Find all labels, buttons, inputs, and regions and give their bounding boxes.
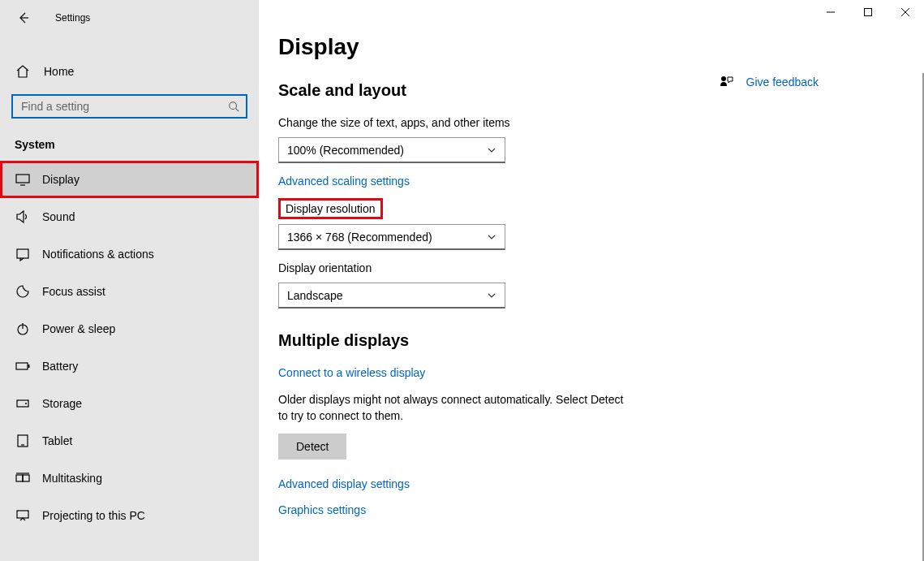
- multitasking-icon: [15, 470, 31, 486]
- svg-rect-19: [865, 9, 872, 16]
- text-size-label: Change the size of text, apps, and other…: [278, 116, 754, 129]
- minimize-icon: [827, 8, 835, 16]
- focus-assist-icon: [15, 283, 31, 300]
- svg-point-17: [721, 76, 726, 81]
- section-scale-layout: Scale and layout: [278, 81, 754, 100]
- feedback-label: Give feedback: [746, 76, 819, 88]
- svg-rect-16: [17, 511, 28, 518]
- svg-rect-2: [16, 175, 29, 183]
- search-icon: [228, 101, 239, 112]
- graphics-settings-link[interactable]: Graphics settings: [278, 503, 366, 516]
- sidebar-item-label: Sound: [42, 210, 75, 223]
- chevron-down-icon: [487, 232, 496, 242]
- chevron-down-icon: [487, 145, 496, 155]
- sound-icon: [15, 209, 31, 225]
- connect-wireless-link[interactable]: Connect to a wireless display: [278, 366, 425, 379]
- text-size-value: 100% (Recommended): [287, 144, 404, 157]
- home-icon: [15, 63, 31, 80]
- give-feedback[interactable]: Give feedback: [719, 75, 819, 89]
- projecting-icon: [15, 507, 31, 524]
- sidebar: Settings Home System Display: [0, 0, 259, 561]
- advanced-display-link[interactable]: Advanced display settings: [278, 477, 410, 490]
- search-input[interactable]: [19, 99, 228, 114]
- minimize-button[interactable]: [812, 0, 849, 24]
- svg-point-10: [25, 403, 27, 404]
- resolution-select[interactable]: 1366 × 768 (Recommended): [278, 224, 505, 250]
- back-button[interactable]: [15, 9, 32, 27]
- notifications-icon: [15, 246, 31, 262]
- sidebar-home[interactable]: Home: [0, 54, 259, 89]
- svg-point-0: [230, 102, 237, 110]
- detect-button[interactable]: Detect: [278, 434, 346, 460]
- sidebar-item-sound[interactable]: Sound: [0, 198, 259, 235]
- chevron-down-icon: [487, 291, 496, 300]
- sidebar-item-label: Notifications & actions: [42, 248, 154, 261]
- sidebar-item-display[interactable]: Display: [0, 161, 259, 198]
- svg-rect-7: [16, 363, 28, 369]
- close-button[interactable]: [887, 0, 924, 24]
- orientation-label: Display orientation: [278, 261, 754, 274]
- svg-line-1: [236, 109, 239, 112]
- close-icon: [901, 8, 909, 16]
- orientation-select[interactable]: Landscape: [278, 283, 505, 309]
- sidebar-item-focus-assist[interactable]: Focus assist: [0, 273, 259, 310]
- tablet-icon: [15, 433, 31, 449]
- storage-icon: [15, 395, 31, 412]
- maximize-button[interactable]: [849, 0, 887, 24]
- sidebar-item-power[interactable]: Power & sleep: [0, 310, 259, 347]
- sidebar-item-multitasking[interactable]: Multitasking: [0, 460, 259, 497]
- text-size-select[interactable]: 100% (Recommended): [278, 137, 505, 163]
- main-content: Display Scale and layout Change the size…: [259, 0, 924, 561]
- sidebar-item-notifications[interactable]: Notifications & actions: [0, 235, 259, 273]
- window-title: Settings: [55, 12, 90, 24]
- sidebar-item-projecting[interactable]: Projecting to this PC: [0, 497, 259, 534]
- sidebar-item-label: Storage: [42, 397, 82, 410]
- advanced-scaling-link[interactable]: Advanced scaling settings: [278, 175, 410, 188]
- sidebar-item-label: Display: [42, 173, 80, 186]
- power-icon: [15, 321, 31, 337]
- feedback-icon: [719, 75, 733, 89]
- home-label: Home: [44, 65, 74, 78]
- nav-list: Display Sound Notifications & actions Fo…: [0, 161, 259, 534]
- sidebar-item-tablet[interactable]: Tablet: [0, 422, 259, 460]
- battery-icon: [15, 358, 31, 374]
- sidebar-item-label: Multitasking: [42, 472, 102, 485]
- category-label: System: [0, 119, 259, 161]
- page-title: Display: [278, 34, 754, 60]
- svg-rect-8: [28, 365, 30, 368]
- resolution-value: 1366 × 768 (Recommended): [287, 231, 432, 244]
- maximize-icon: [864, 8, 872, 16]
- sidebar-item-storage[interactable]: Storage: [0, 385, 259, 422]
- resolution-label: Display resolution: [278, 198, 383, 219]
- sidebar-item-label: Tablet: [42, 434, 72, 447]
- sidebar-item-label: Projecting to this PC: [42, 509, 145, 522]
- sidebar-item-battery[interactable]: Battery: [0, 347, 259, 385]
- sidebar-item-label: Power & sleep: [42, 322, 115, 335]
- section-multiple-displays: Multiple displays: [278, 331, 754, 350]
- older-displays-text: Older displays might not always connect …: [278, 392, 635, 424]
- svg-rect-14: [23, 475, 29, 481]
- sidebar-item-label: Focus assist: [42, 285, 105, 298]
- orientation-value: Landscape: [287, 289, 343, 302]
- svg-rect-4: [17, 249, 28, 258]
- svg-rect-13: [16, 475, 23, 481]
- display-icon: [15, 171, 31, 188]
- window-controls: [812, 0, 924, 24]
- back-arrow-icon: [17, 11, 30, 24]
- sidebar-item-label: Battery: [42, 360, 78, 373]
- search-box[interactable]: [11, 94, 247, 119]
